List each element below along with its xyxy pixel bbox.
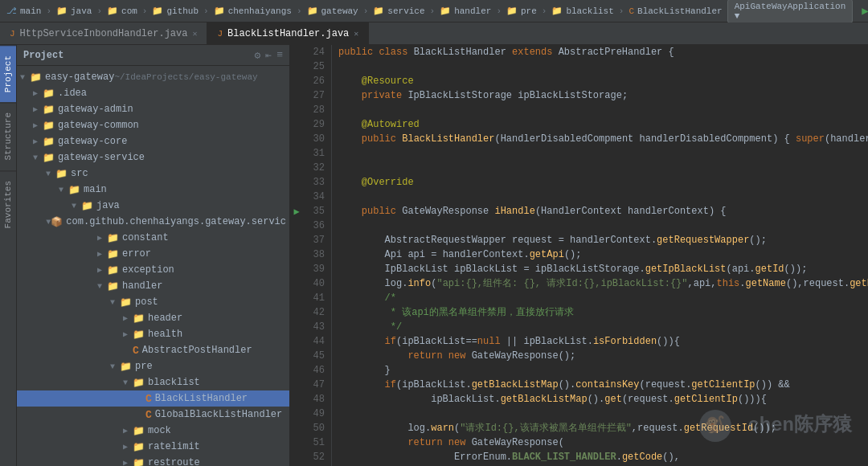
tab-close-button[interactable]: ✕: [354, 29, 358, 39]
list-item[interactable]: ▶ 📁 gateway-core: [17, 133, 289, 149]
expand-arrow[interactable]: ▼: [59, 186, 68, 194]
code-line: [338, 161, 862, 175]
favorites-tab[interactable]: Favorites: [0, 170, 16, 238]
project-tab[interactable]: Project: [0, 45, 16, 102]
list-item[interactable]: ▼ 📁 post: [17, 294, 289, 310]
line-numbers: 24 25 26 27 28 29 30 31 32 33 34 35 36 3…: [303, 45, 332, 466]
structure-tab[interactable]: Structure: [0, 102, 16, 170]
gutter-line: [290, 349, 303, 363]
expand-arrow[interactable]: ▶: [97, 249, 107, 259]
gutter-line: [290, 161, 303, 175]
code-line: [338, 103, 862, 117]
folder-icon: 📁: [307, 6, 318, 16]
folder-icon: 📁: [43, 120, 55, 132]
expand-arrow[interactable]: ▶: [97, 233, 107, 243]
list-item[interactable]: ▶ 📁 header: [17, 310, 289, 326]
code-lines[interactable]: public class BlackListHandler extends Ab…: [332, 45, 868, 466]
list-item[interactable]: ▶ 📁 ratelimit: [17, 439, 289, 455]
expand-arrow[interactable]: ▼: [123, 378, 133, 387]
code-line: @Resource: [338, 74, 862, 88]
folder-icon: 📁: [43, 136, 55, 148]
list-item[interactable]: ▼ 📁 handler: [17, 278, 289, 294]
class-icon: C: [145, 409, 152, 421]
expand-arrow[interactable]: ▼: [72, 202, 81, 211]
run-config-dropdown[interactable]: ApiGateWayApplication ▼: [727, 0, 854, 23]
code-line: [338, 407, 862, 421]
list-item[interactable]: ▼ 📁 src: [17, 166, 289, 182]
list-item[interactable]: ▶ 📁 error: [17, 246, 289, 262]
list-item[interactable]: ▼ 📁 java: [17, 198, 289, 214]
list-item[interactable]: ▶ 📁 gateway-admin: [17, 101, 289, 117]
folder-icon: 📁: [133, 329, 145, 341]
list-item[interactable]: ▼ 📁 gateway-service: [17, 149, 289, 166]
tab-blacklisthandler[interactable]: J BlackListHandler.java ✕: [207, 22, 369, 44]
folder-icon: 📁: [107, 6, 118, 16]
code-line: [338, 219, 862, 233]
run-button[interactable]: ▶: [859, 2, 868, 19]
code-line: */: [338, 320, 862, 334]
list-item[interactable]: ▼ 📁 pre: [17, 358, 289, 374]
gutter-line: [290, 45, 303, 59]
code-line: ErrorEnum.BLACK_LIST_HANDLER.getCode(),: [338, 450, 862, 464]
list-item[interactable]: ▼ 📁 blacklist: [17, 374, 289, 390]
list-item[interactable]: ▶ 📁 restroute: [17, 455, 289, 466]
expand-arrow[interactable]: ▼: [20, 73, 30, 82]
expand-arrow[interactable]: ▼: [46, 170, 55, 178]
list-item[interactable]: ▼ 📁 main: [17, 182, 289, 198]
list-item[interactable]: ▶ 📁 health: [17, 326, 289, 342]
expand-arrow[interactable]: ▼: [97, 282, 107, 291]
expand-arrow[interactable]: ▶: [123, 426, 133, 435]
collapse-all-icon[interactable]: ⇤: [265, 49, 272, 62]
class-icon: C: [133, 345, 139, 357]
run-marker[interactable]: ▶: [290, 204, 303, 219]
expand-arrow[interactable]: ▼: [110, 362, 120, 371]
tab-httpservice[interactable]: J HttpServiceInbondHandler.java ✕: [0, 22, 207, 44]
java-file-icon: J: [217, 29, 223, 39]
expand-arrow[interactable]: ▶: [33, 121, 43, 130]
list-item[interactable]: ▼ 📦 com.github.chenhaiyangs.gateway.serv…: [17, 214, 289, 230]
main-area: Project Structure Favorites Project ⚙ ⇤ …: [0, 45, 868, 466]
tab-label: BlackListHandler.java: [227, 28, 349, 39]
code-editor[interactable]: ▶: [290, 45, 868, 466]
list-item-blacklisthandler[interactable]: C BlackListHandler: [17, 390, 289, 407]
list-item[interactable]: C GlobalBlackListHandler: [17, 407, 289, 423]
folder-icon: 📁: [55, 168, 68, 180]
code-line: return new GateWayResponse();: [338, 349, 862, 363]
expand-arrow[interactable]: ▶: [123, 458, 133, 466]
code-line: if(ipBlackList==null || ipBlackList.isFo…: [338, 334, 862, 349]
gutter-line: [290, 305, 303, 320]
folder-icon: 📁: [440, 6, 451, 16]
toolbar-right: ApiGateWayApplication ▼ ▶ 🐞 🔨 ⚙ 🔧 ↩: [727, 0, 868, 23]
folder-icon: 📁: [133, 425, 145, 437]
expand-arrow[interactable]: ▶: [123, 313, 133, 323]
expand-arrow[interactable]: ▶: [97, 265, 107, 275]
panel-header: Project ⚙ ⇤ ≡: [17, 45, 289, 66]
code-line: @Override: [338, 175, 862, 190]
tab-close-button[interactable]: ✕: [192, 29, 197, 39]
folder-icon: 📁: [551, 6, 563, 16]
folder-icon: 📁: [120, 296, 132, 309]
list-item[interactable]: ▶ 📁 .idea: [17, 85, 289, 101]
expand-arrow[interactable]: ▶: [33, 88, 43, 98]
list-item[interactable]: ▶ 📁 exception: [17, 262, 289, 278]
settings-icon[interactable]: ≡: [276, 49, 283, 62]
expand-arrow[interactable]: ▶: [123, 442, 133, 452]
code-line: return new GateWayResponse(: [338, 435, 862, 450]
list-item[interactable]: ▶ 📁 gateway-common: [17, 117, 289, 133]
folder-icon: 📁: [373, 6, 384, 16]
expand-arrow[interactable]: ▶: [33, 104, 43, 114]
list-item[interactable]: C AbstractPostHandler: [17, 342, 289, 358]
gear-icon[interactable]: ⚙: [255, 49, 261, 62]
expand-arrow[interactable]: ▶: [123, 329, 133, 339]
list-item[interactable]: ▼ 📁 easy-gateway ~/IdeaProjects/easy-gat…: [17, 69, 289, 85]
gutter-line: [290, 59, 303, 74]
code-line: log.warn("请求Id:{},该请求被黑名单组件拦截",request.g…: [338, 421, 862, 435]
expand-arrow[interactable]: ▶: [33, 137, 43, 146]
gutter-line: [290, 74, 303, 88]
code-line: public class BlackListHandler extends Ab…: [338, 45, 862, 59]
code-content: ▶: [290, 45, 868, 466]
list-item[interactable]: ▶ 📁 constant: [17, 230, 289, 246]
expand-arrow[interactable]: ▼: [110, 298, 120, 307]
expand-arrow[interactable]: ▼: [33, 153, 43, 162]
list-item[interactable]: ▶ 📁 mock: [17, 423, 289, 439]
